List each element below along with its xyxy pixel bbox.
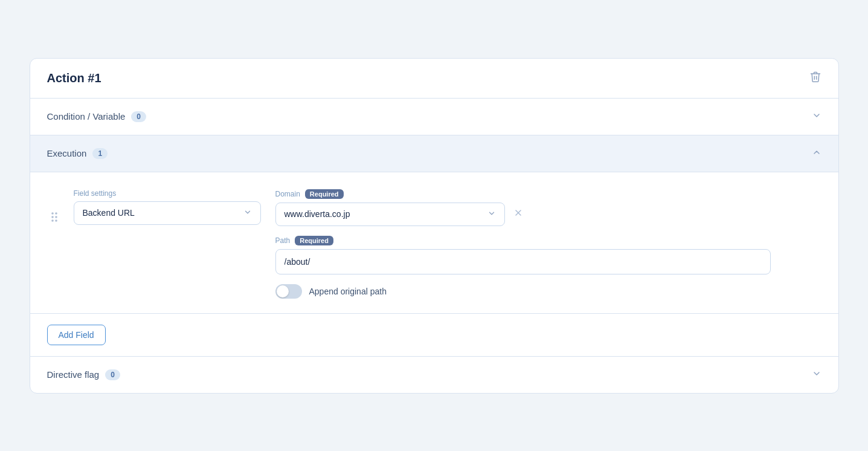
directive-flag-section[interactable]: Directive flag 0: [30, 357, 838, 393]
svg-point-1: [55, 212, 57, 215]
svg-point-0: [51, 212, 54, 215]
domain-required-badge: Required: [305, 189, 344, 199]
directive-left: Directive flag 0: [47, 369, 120, 380]
append-path-label: Append original path: [309, 287, 387, 296]
path-input[interactable]: [275, 249, 771, 274]
field-settings-group: Field settings Backend URL: [74, 189, 261, 225]
append-path-toggle[interactable]: [275, 284, 302, 299]
field-select-chevron-icon: [243, 208, 252, 218]
path-label: Path: [275, 236, 291, 245]
domain-clear-icon[interactable]: [511, 206, 526, 222]
directive-label: Directive flag: [47, 369, 100, 380]
condition-chevron-down-icon: [812, 111, 821, 123]
domain-path-group: Domain Required www.diverta.co.jp: [275, 189, 819, 299]
directive-chevron-down-icon: [812, 369, 821, 381]
drag-handle-icon[interactable]: [50, 211, 59, 226]
condition-label: Condition / Variable: [47, 111, 126, 122]
domain-label: Domain: [275, 190, 300, 198]
execution-label: Execution: [47, 148, 87, 158]
domain-chevron-icon: [487, 209, 496, 219]
execution-section-header[interactable]: Execution 1: [30, 135, 838, 172]
add-field-button[interactable]: Add Field: [47, 325, 106, 345]
append-path-row: Append original path: [275, 284, 819, 299]
path-required-badge: Required: [295, 236, 333, 245]
condition-badge: 0: [131, 111, 146, 122]
field-select-value: Backend URL: [83, 208, 135, 218]
condition-variable-section[interactable]: Condition / Variable 0: [30, 99, 838, 135]
field-settings-label: Field settings: [74, 189, 261, 198]
action-card: Action #1 Condition / Variable 0 Executi…: [30, 58, 839, 394]
svg-point-3: [55, 216, 57, 218]
field-row: Field settings Backend URL Domain Requir…: [50, 189, 819, 299]
execution-body: Field settings Backend URL Domain Requir…: [30, 172, 838, 314]
svg-point-4: [51, 219, 54, 222]
svg-point-5: [55, 219, 57, 222]
domain-select-value: www.diverta.co.jp: [285, 209, 350, 219]
svg-point-2: [51, 216, 54, 218]
execution-left: Execution 1: [47, 148, 108, 159]
domain-row: www.diverta.co.jp: [275, 203, 819, 226]
condition-left: Condition / Variable 0: [47, 111, 147, 122]
field-select[interactable]: Backend URL: [74, 201, 261, 225]
card-header: Action #1: [30, 59, 838, 99]
directive-badge: 0: [105, 369, 120, 380]
execution-badge: 1: [92, 148, 108, 159]
toggle-knob: [277, 285, 289, 297]
path-section: Path Required: [275, 236, 819, 274]
delete-icon[interactable]: [809, 71, 821, 86]
path-header: Path Required: [275, 236, 819, 245]
execution-chevron-up-icon: [812, 148, 821, 160]
domain-header: Domain Required: [275, 189, 819, 199]
add-field-row: Add Field: [30, 314, 838, 357]
domain-select[interactable]: www.diverta.co.jp: [275, 203, 505, 226]
card-title: Action #1: [47, 71, 101, 85]
